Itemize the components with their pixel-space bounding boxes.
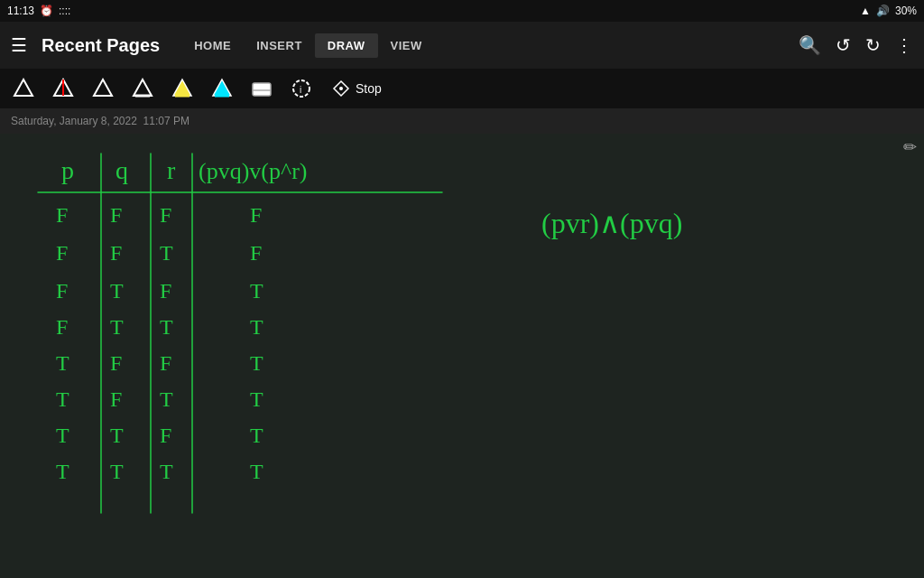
svg-text:T: T bbox=[160, 387, 173, 411]
svg-point-14 bbox=[339, 87, 343, 90]
undo-icon[interactable]: ↺ bbox=[836, 34, 851, 56]
app-title: Recent Pages bbox=[42, 35, 160, 56]
toolbar: i Stop bbox=[0, 69, 924, 108]
volume-icon: 🔊 bbox=[876, 5, 890, 17]
nav-home[interactable]: HOME bbox=[181, 33, 244, 58]
svg-text:T: T bbox=[250, 424, 263, 447]
nav-actions: 🔍 ↺ ↻ ⋮ bbox=[799, 34, 913, 56]
stop-button[interactable]: Stop bbox=[332, 79, 382, 98]
svg-marker-3 bbox=[94, 79, 112, 96]
svg-text:F: F bbox=[160, 351, 171, 375]
highlighter-yellow-tool[interactable] bbox=[166, 72, 199, 105]
svg-text:F: F bbox=[110, 241, 122, 265]
more-options-icon[interactable]: ⋮ bbox=[895, 34, 913, 56]
redo-icon[interactable]: ↻ bbox=[865, 34, 881, 56]
svg-text:F: F bbox=[110, 387, 122, 411]
svg-text:T: T bbox=[160, 460, 173, 483]
svg-text:p: p bbox=[61, 156, 74, 184]
svg-text:F: F bbox=[110, 351, 122, 375]
svg-text:r: r bbox=[167, 156, 176, 184]
svg-text:F: F bbox=[56, 279, 68, 303]
pen-tool-2[interactable] bbox=[47, 72, 79, 105]
nav-insert[interactable]: INSERT bbox=[244, 33, 315, 58]
svg-marker-8 bbox=[213, 79, 231, 96]
svg-text:T: T bbox=[250, 351, 263, 375]
svg-text:T: T bbox=[56, 460, 69, 483]
svg-text:F: F bbox=[110, 203, 122, 227]
status-bar: 11:13 ⏰ :::: ▲ 🔊 30% bbox=[0, 0, 924, 22]
nav-view[interactable]: VIEW bbox=[378, 33, 435, 58]
search-icon[interactable]: 🔍 bbox=[799, 34, 821, 56]
nav-draw[interactable]: DRAW bbox=[315, 33, 378, 58]
date-display: Saturday, January 8, 2022 11:07 PM bbox=[11, 115, 189, 127]
hamburger-menu-icon[interactable]: ☰ bbox=[11, 34, 27, 56]
highlighter-cyan-tool[interactable] bbox=[206, 72, 238, 105]
svg-text:T: T bbox=[110, 279, 124, 303]
eraser-tool[interactable] bbox=[245, 72, 278, 105]
time-display: 11:13 bbox=[7, 5, 34, 17]
svg-text:F: F bbox=[160, 424, 171, 447]
svg-text:T: T bbox=[250, 279, 263, 303]
svg-text:T: T bbox=[110, 424, 124, 447]
pen-tool-3[interactable] bbox=[87, 72, 119, 105]
svg-text:F: F bbox=[56, 315, 68, 339]
svg-text:T: T bbox=[160, 315, 173, 339]
svg-text:F: F bbox=[56, 241, 68, 265]
drawing-canvas: p q r (pvq)v(p^r) F F F F F F T F bbox=[0, 134, 924, 578]
status-right: ▲ 🔊 30% bbox=[860, 5, 917, 17]
battery-text: 30% bbox=[895, 5, 917, 17]
svg-text:F: F bbox=[160, 203, 171, 227]
svg-text:T: T bbox=[110, 460, 124, 483]
svg-text:F: F bbox=[250, 241, 262, 265]
lasso-tool[interactable]: i bbox=[285, 72, 318, 105]
svg-text:F: F bbox=[250, 203, 262, 227]
svg-marker-6 bbox=[173, 79, 191, 96]
svg-text:T: T bbox=[56, 387, 69, 411]
svg-text:(pvq)v(p^r): (pvq)v(p^r) bbox=[199, 158, 308, 184]
svg-marker-4 bbox=[134, 79, 152, 96]
signal-icon: :::: bbox=[59, 5, 70, 17]
svg-text:T: T bbox=[110, 315, 124, 339]
svg-text:T: T bbox=[56, 351, 69, 375]
svg-marker-0 bbox=[14, 79, 32, 96]
svg-text:T: T bbox=[250, 460, 263, 483]
svg-text:T: T bbox=[250, 387, 263, 411]
svg-text:F: F bbox=[56, 203, 68, 227]
date-bar: Saturday, January 8, 2022 11:07 PM bbox=[0, 108, 924, 134]
svg-text:T: T bbox=[56, 424, 69, 447]
nav-menu: HOME INSERT DRAW VIEW bbox=[181, 33, 784, 58]
status-left: 11:13 ⏰ :::: bbox=[7, 5, 70, 17]
svg-text:F: F bbox=[160, 279, 171, 303]
svg-text:T: T bbox=[160, 241, 173, 265]
svg-rect-10 bbox=[253, 83, 271, 96]
svg-text:i: i bbox=[300, 85, 301, 95]
stop-label: Stop bbox=[356, 81, 382, 96]
alarm-icon: ⏰ bbox=[40, 5, 53, 17]
nav-bar: ☰ Recent Pages HOME INSERT DRAW VIEW 🔍 ↺… bbox=[0, 22, 924, 69]
pen-tool-4[interactable] bbox=[126, 72, 159, 105]
svg-text:(pvr)∧(pvq): (pvr)∧(pvq) bbox=[541, 207, 682, 239]
svg-text:q: q bbox=[116, 156, 128, 184]
canvas-area[interactable]: ✏ p q r (pvq)v(p^r) F F F F F bbox=[0, 134, 924, 578]
wifi-icon: ▲ bbox=[860, 5, 871, 17]
pen-tool-1[interactable] bbox=[7, 72, 40, 105]
svg-text:T: T bbox=[250, 315, 263, 339]
